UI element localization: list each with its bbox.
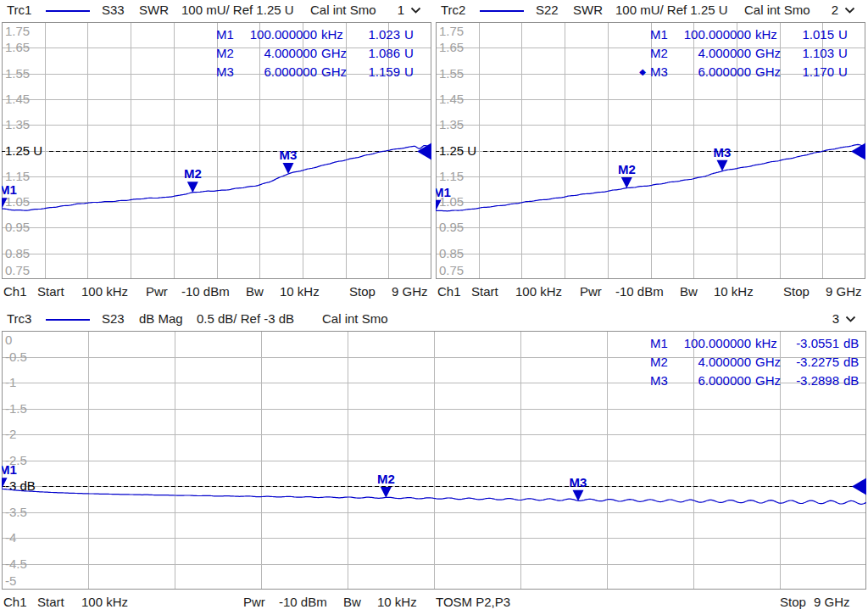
- marker-triangle-m3[interactable]: [717, 160, 728, 171]
- y-tick-label: 1.45: [5, 92, 30, 106]
- reference-level-arrow[interactable]: [852, 478, 866, 495]
- y-tick-label: 1.75: [439, 24, 464, 38]
- marker-value: 1.159: [353, 63, 400, 81]
- trace-format[interactable]: SWR: [139, 3, 169, 17]
- power-value[interactable]: -10 dBm: [615, 284, 664, 299]
- trace-format[interactable]: dB Mag: [139, 311, 183, 326]
- window-number: 3: [832, 311, 839, 326]
- marker-value-unit: U: [404, 63, 421, 81]
- start-frequency[interactable]: 100 kHz: [515, 284, 562, 299]
- window-selector-3[interactable]: 3: [832, 311, 856, 326]
- y-tick-label: -3.5: [5, 505, 27, 519]
- power-value[interactable]: -10 dBm: [279, 595, 327, 609]
- marker-label-m3: M3: [714, 145, 732, 159]
- reference-level-label: 1.25 U: [439, 143, 476, 158]
- marker-value: 1.023: [353, 25, 400, 44]
- y-tick-label: 1.55: [439, 66, 464, 81]
- marker-triangle-m2[interactable]: [621, 177, 632, 188]
- marker-label-m2: M2: [184, 166, 202, 181]
- marker-info-table: M1100.000000kHz1.023UM24.000000GHz1.086U…: [202, 25, 421, 81]
- window-selector-1[interactable]: 1: [398, 3, 421, 17]
- stop-frequency[interactable]: 9 GHz: [826, 284, 862, 299]
- y-tick-label: 0: [5, 333, 12, 347]
- start-label: Start: [37, 595, 64, 609]
- active-marker-icon: [202, 25, 212, 44]
- power-label: Pwr: [580, 284, 602, 299]
- window-number: 1: [398, 3, 404, 17]
- marker-label-m3: M3: [570, 475, 587, 489]
- cal-standard[interactable]: TOSM P2,P3: [436, 595, 510, 609]
- marker-frequency: 6.000000: [676, 372, 751, 390]
- top-diagram-row: Trc1 S33 SWR 100 mU/ Ref 1.25 U Cal int …: [0, 0, 868, 303]
- trace-measurement[interactable]: S23: [102, 311, 125, 326]
- marker-value: 1.170: [787, 63, 834, 81]
- marker-info-row: M36.000000GHz-3.2898dB: [636, 372, 860, 390]
- y-tick-label: -1: [5, 375, 16, 389]
- marker-frequency-unit: kHz: [755, 334, 782, 353]
- marker-triangle-m2[interactable]: [381, 487, 392, 498]
- trace-scale[interactable]: 100 mU/ Ref 1.25 U: [181, 3, 294, 17]
- diagram-area-trc3[interactable]: 0-0.5-1-1.5-2-2.5-3 dB-3.5-4-4.5-5M1M2M3…: [2, 331, 866, 590]
- active-marker-icon: [636, 372, 646, 390]
- y-tick-label: 0.85: [439, 246, 464, 260]
- marker-info-row: M24.000000GHz1.086U: [202, 44, 421, 63]
- marker-name: M2: [650, 44, 672, 63]
- stop-label: Stop: [780, 595, 806, 609]
- marker-frequency-unit: GHz: [321, 63, 348, 81]
- trace-scale[interactable]: 0.5 dB/ Ref -3 dB: [197, 311, 294, 326]
- trace-measurement[interactable]: S22: [536, 3, 559, 17]
- diagram-area-trc1[interactable]: 1.751.651.551.451.351.25 U1.151.050.950.…: [2, 22, 431, 279]
- chevron-down-icon: [845, 316, 856, 322]
- y-tick-label: 0.75: [5, 263, 30, 277]
- marker-triangle-m2[interactable]: [187, 182, 198, 193]
- trace-curve[interactable]: [436, 144, 865, 210]
- trace-curve[interactable]: [2, 146, 431, 211]
- marker-label-m3: M3: [280, 148, 298, 162]
- marker-frequency-unit: GHz: [755, 44, 782, 63]
- active-marker-icon: [636, 44, 646, 63]
- trace-scale[interactable]: 100 mU/ Ref 1.25 U: [615, 3, 728, 17]
- y-tick-label: 1.75: [5, 24, 30, 38]
- power-value[interactable]: -10 dBm: [181, 284, 230, 299]
- stop-frequency[interactable]: 9 GHz: [814, 595, 850, 609]
- trace-measurement[interactable]: S33: [102, 3, 125, 17]
- stop-label: Stop: [783, 284, 810, 299]
- bandwidth-label: Bw: [246, 284, 264, 299]
- vna-screen: Trc1 S33 SWR 100 mU/ Ref 1.25 U Cal int …: [0, 0, 868, 615]
- marker-value: 1.015: [787, 25, 834, 44]
- diagram-area-trc2[interactable]: 1.751.651.551.451.351.25 U1.151.050.950.…: [436, 22, 865, 279]
- marker-name: M3: [216, 63, 238, 81]
- trace-name[interactable]: Trc2: [441, 3, 465, 17]
- y-tick-label: -0.5: [5, 349, 27, 364]
- marker-name: M1: [650, 334, 672, 353]
- window-selector-2[interactable]: 2: [832, 3, 855, 17]
- marker-info-row: M24.000000GHz1.103U: [636, 44, 855, 63]
- y-tick-label: 1.45: [439, 92, 464, 106]
- trace-name[interactable]: Trc3: [7, 311, 31, 326]
- bandwidth-value[interactable]: 10 kHz: [714, 284, 754, 299]
- power-label: Pwr: [243, 595, 265, 609]
- reference-level-label: 1.25 U: [5, 143, 42, 158]
- marker-value: 1.086: [353, 44, 400, 63]
- marker-info-row: M24.000000GHz-3.2275dB: [636, 353, 860, 372]
- y-tick-label: 1.15: [439, 169, 464, 183]
- y-tick-label: -2: [5, 427, 16, 441]
- marker-label-m1: M1: [436, 185, 451, 199]
- bandwidth-value[interactable]: 10 kHz: [377, 595, 417, 609]
- bandwidth-value[interactable]: 10 kHz: [280, 284, 320, 299]
- marker-label-m1: M1: [2, 182, 17, 197]
- trace-cal-state: Cal int Smo: [310, 3, 376, 17]
- active-marker-icon: [636, 353, 646, 372]
- trace-format[interactable]: SWR: [573, 3, 603, 17]
- start-frequency[interactable]: 100 kHz: [81, 284, 128, 299]
- stop-frequency[interactable]: 9 GHz: [392, 284, 428, 299]
- y-tick-label: -1.5: [5, 401, 27, 416]
- start-frequency[interactable]: 100 kHz: [81, 595, 128, 609]
- bandwidth-label: Bw: [343, 595, 361, 609]
- y-tick-label: 0.75: [439, 263, 464, 277]
- marker-frequency: 100.000000: [242, 25, 317, 44]
- trace-name[interactable]: Trc1: [7, 3, 31, 17]
- channel-footer-trc3: Ch1 Start 100 kHz Pwr -10 dBm Bw 10 kHz …: [2, 590, 866, 613]
- marker-label-m2: M2: [618, 162, 636, 176]
- marker-frequency: 100.000000: [676, 25, 751, 44]
